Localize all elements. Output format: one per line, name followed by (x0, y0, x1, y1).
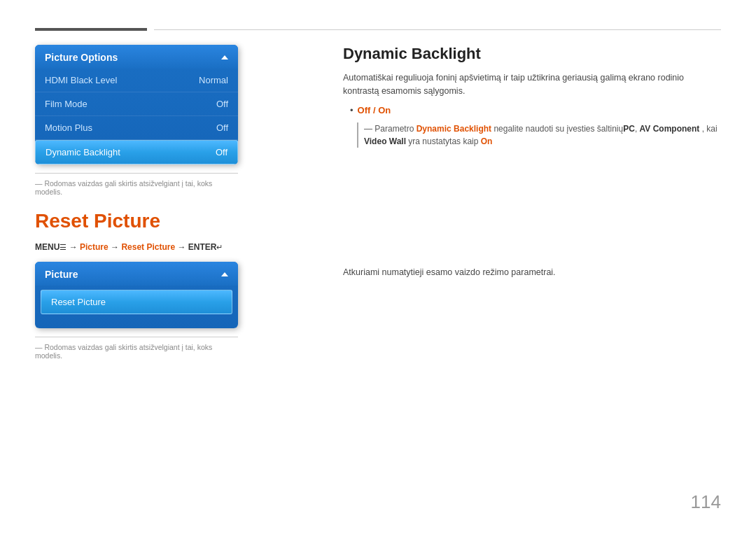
arrow-up-icon (221, 55, 228, 59)
note-mid: negalite naudoti su įvesties šaltinių (491, 124, 623, 134)
motion-value: Off (216, 122, 228, 133)
arrow2: → (108, 242, 122, 252)
hdmi-value: Normal (199, 75, 228, 85)
picture-arrow-up-icon (221, 272, 228, 276)
menu-item-hdmi[interactable]: HDMI Black Level Normal (35, 69, 238, 92)
note-prefix: ― Parametro (364, 124, 416, 134)
picture-options-panel: Picture Options HDMI Black Level Normal … (35, 45, 238, 164)
path-enter: ENTER (188, 242, 217, 252)
arrow3: → (175, 242, 188, 252)
note-on: On (481, 136, 493, 146)
left-column-bottom: Reset Picture MENU☰ → Picture → Reset Pi… (35, 210, 301, 360)
enter-icon: ↵ (216, 243, 223, 251)
menu-item-motion[interactable]: Motion Plus Off (35, 116, 238, 140)
bullet-row: • Off / On (350, 105, 721, 115)
dynamic-label: Dynamic Backlight (46, 147, 120, 157)
top-section: Picture Options HDMI Black Level Normal … (35, 45, 721, 196)
bottom-footnote: ― Rodomas vaizdas gali skirtis atsižvelg… (35, 337, 238, 360)
panel-title: Picture Options (45, 52, 118, 63)
panel-header: Picture Options (35, 45, 238, 69)
picture-panel-header: Picture (35, 262, 238, 286)
page-number: 114 (691, 491, 721, 513)
dynamic-backlight-title: Dynamic Backlight (343, 45, 721, 63)
bullet-label: Off / On (358, 105, 391, 115)
path-reset: Reset Picture (121, 242, 175, 252)
path-picture: Picture (80, 242, 108, 252)
dynamic-backlight-desc: Automatiškai reguliuoja foninį apšvietim… (343, 71, 721, 98)
dynamic-value: Off (216, 147, 227, 157)
note-comma2: , kai (699, 124, 717, 134)
left-column-top: Picture Options HDMI Black Level Normal … (35, 45, 301, 196)
motion-label: Motion Plus (45, 122, 92, 133)
film-label: Film Mode (45, 99, 88, 109)
note-line: ― Parametro Dynamic Backlight negalite n… (357, 122, 721, 148)
note-bold3: AV Component (640, 124, 700, 134)
reset-picture-item-label: Reset Picture (51, 297, 106, 307)
bottom-section: Reset Picture MENU☰ → Picture → Reset Pi… (35, 210, 721, 360)
rule-thin (154, 29, 721, 30)
menu-icon: ☰ (59, 243, 66, 251)
menu-path: MENU☰ → Picture → Reset Picture → ENTER↵ (35, 242, 301, 252)
top-rule (35, 28, 721, 31)
right-column-bottom: Atkuriami numatytieji esamo vaizdo režim… (301, 210, 721, 360)
note-bold4: Video Wall (364, 136, 406, 146)
note-suffix: yra nustatytas kaip (406, 136, 481, 146)
top-footnote: ― Rodomas vaizdas gali skirtis atsižvelg… (35, 173, 238, 196)
rule-thick (35, 28, 147, 31)
right-column-top: Dynamic Backlight Automatiškai reguliuoj… (301, 45, 721, 196)
menu-item-film[interactable]: Film Mode Off (35, 92, 238, 116)
note-bold1: Dynamic Backlight (416, 124, 491, 134)
bullet-dot: • (350, 105, 354, 115)
reset-desc: Atkuriami numatytieji esamo vaizdo režim… (343, 266, 721, 279)
page-container: Picture Options HDMI Black Level Normal … (0, 0, 756, 534)
menu-item-dynamic-backlight[interactable]: Dynamic Backlight Off (35, 140, 238, 164)
picture-panel: Picture Reset Picture (35, 262, 238, 328)
menu-keyword: MENU (35, 242, 59, 252)
note-comma: , (635, 124, 640, 134)
hdmi-label: HDMI Black Level (45, 75, 117, 85)
note-bold2: PC (623, 124, 635, 134)
reset-picture-title: Reset Picture (35, 210, 301, 232)
arrow1: → (66, 242, 80, 252)
menu-item-reset-picture[interactable]: Reset Picture (41, 290, 232, 314)
picture-panel-title: Picture (45, 269, 78, 280)
film-value: Off (216, 99, 228, 109)
